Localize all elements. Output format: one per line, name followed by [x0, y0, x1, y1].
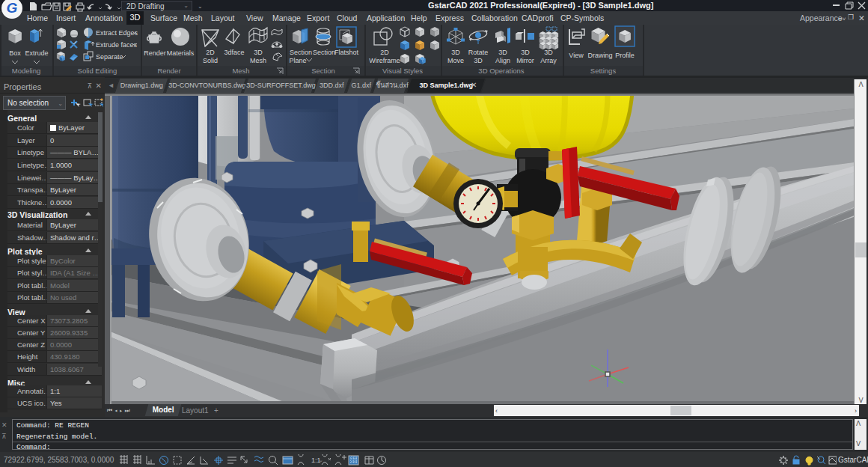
svg-text:Solid Editing: Solid Editing — [78, 67, 117, 75]
svg-text:Separate: Separate — [96, 53, 123, 61]
svg-text:Section: Section — [311, 67, 335, 75]
svg-text:3D: 3D — [521, 49, 530, 56]
svg-text:3D: 3D — [544, 49, 553, 56]
svg-text:Section: Section — [313, 49, 335, 56]
svg-text:3D: 3D — [474, 57, 483, 64]
svg-text:3D: 3D — [498, 49, 507, 56]
svg-text:Drawing: Drawing — [587, 52, 612, 59]
svg-text:Box: Box — [9, 49, 21, 57]
svg-text:Mirror: Mirror — [516, 57, 534, 64]
svg-text:G: G — [7, 0, 18, 16]
svg-text:View: View — [569, 52, 584, 59]
svg-text:Array: Array — [540, 57, 557, 64]
svg-text:2D: 2D — [206, 49, 215, 56]
svg-text:3D Operations: 3D Operations — [478, 67, 525, 75]
svg-text:Solid: Solid — [203, 57, 218, 64]
svg-text:Extract Edges: Extract Edges — [96, 29, 138, 37]
svg-text:Settings: Settings — [590, 67, 617, 75]
svg-text:3dface: 3dface — [224, 49, 244, 56]
svg-text:Move: Move — [447, 57, 464, 64]
svg-text:Plane: Plane — [289, 57, 306, 64]
svg-text:2D: 2D — [380, 49, 389, 56]
svg-text:Flatshot: Flatshot — [334, 49, 359, 56]
svg-text:Render: Render — [144, 49, 166, 57]
svg-text:Align: Align — [495, 57, 510, 64]
svg-text:⌄: ⌄ — [319, 457, 323, 463]
svg-text:Rotate: Rotate — [468, 49, 489, 56]
svg-text:3D: 3D — [451, 49, 460, 56]
svg-text:Wireframe: Wireframe — [369, 57, 400, 64]
svg-text:Materials: Materials — [167, 49, 195, 57]
svg-text:Section: Section — [290, 49, 312, 56]
svg-text:Modeling: Modeling — [12, 67, 41, 75]
svg-text:3D: 3D — [254, 49, 263, 56]
svg-text:Mesh: Mesh — [232, 67, 249, 75]
svg-text:Profile: Profile — [615, 52, 635, 59]
svg-text:Extrude: Extrude — [25, 49, 48, 57]
svg-text:Render: Render — [157, 67, 180, 75]
svg-text:Extrude faces: Extrude faces — [96, 41, 138, 49]
svg-text:Mesh: Mesh — [250, 57, 266, 64]
svg-text:Visual Styles: Visual Styles — [382, 67, 423, 75]
